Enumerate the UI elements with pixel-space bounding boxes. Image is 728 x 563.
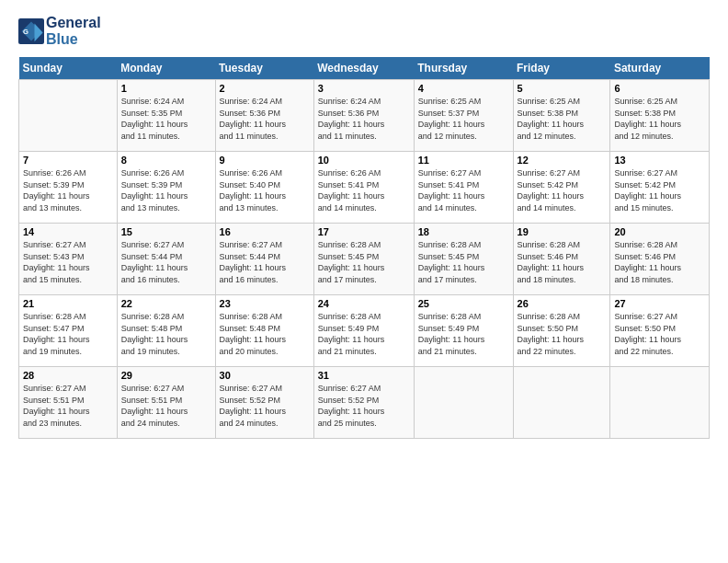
logo: G General Blue	[18, 15, 101, 48]
week-row-3: 21 Sunrise: 6:28 AM Sunset: 5:47 PM Dayl…	[19, 295, 710, 367]
calendar-cell: 14 Sunrise: 6:27 AM Sunset: 5:43 PM Dayl…	[19, 224, 118, 295]
day-number: 29	[121, 370, 211, 381]
calendar-cell: 6 Sunrise: 6:25 AM Sunset: 5:38 PM Dayli…	[610, 80, 710, 152]
day-number: 1	[121, 83, 211, 94]
day-number: 28	[23, 370, 113, 381]
weekday-header-friday: Friday	[513, 57, 610, 80]
day-details: Sunrise: 6:25 AM Sunset: 5:38 PM Dayligh…	[614, 96, 705, 142]
weekday-header-tuesday: Tuesday	[215, 57, 313, 80]
day-details: Sunrise: 6:27 AM Sunset: 5:50 PM Dayligh…	[614, 311, 705, 357]
calendar-cell	[513, 367, 610, 439]
day-details: Sunrise: 6:26 AM Sunset: 5:39 PM Dayligh…	[121, 167, 211, 213]
calendar-cell: 21 Sunrise: 6:28 AM Sunset: 5:47 PM Dayl…	[19, 295, 118, 367]
day-details: Sunrise: 6:27 AM Sunset: 5:51 PM Dayligh…	[121, 383, 211, 429]
calendar-cell: 10 Sunrise: 6:26 AM Sunset: 5:41 PM Dayl…	[313, 152, 414, 224]
weekday-header-row: SundayMondayTuesdayWednesdayThursdayFrid…	[19, 57, 710, 80]
weekday-header-sunday: Sunday	[19, 57, 118, 80]
calendar-cell: 7 Sunrise: 6:26 AM Sunset: 5:39 PM Dayli…	[19, 152, 118, 224]
day-details: Sunrise: 6:28 AM Sunset: 5:48 PM Dayligh…	[121, 311, 211, 357]
day-number: 22	[121, 298, 211, 309]
logo-text: General Blue	[46, 15, 101, 48]
day-number: 23	[220, 298, 310, 309]
weekday-header-thursday: Thursday	[414, 57, 513, 80]
day-details: Sunrise: 6:28 AM Sunset: 5:46 PM Dayligh…	[518, 239, 607, 285]
day-number: 30	[220, 370, 310, 381]
calendar-table: SundayMondayTuesdayWednesdayThursdayFrid…	[18, 57, 710, 439]
day-number: 9	[220, 155, 310, 166]
calendar-cell: 9 Sunrise: 6:26 AM Sunset: 5:40 PM Dayli…	[215, 152, 313, 224]
day-number: 31	[318, 370, 410, 381]
day-number: 11	[418, 155, 509, 166]
logo-icon: G	[18, 18, 44, 44]
calendar-cell: 29 Sunrise: 6:27 AM Sunset: 5:51 PM Dayl…	[117, 367, 215, 439]
calendar-cell: 26 Sunrise: 6:28 AM Sunset: 5:50 PM Dayl…	[513, 295, 610, 367]
calendar-cell: 5 Sunrise: 6:25 AM Sunset: 5:38 PM Dayli…	[513, 80, 610, 152]
day-number: 8	[121, 155, 211, 166]
day-number: 17	[318, 226, 410, 237]
day-number: 26	[518, 298, 607, 309]
weekday-header-wednesday: Wednesday	[313, 57, 414, 80]
week-row-0: 1 Sunrise: 6:24 AM Sunset: 5:35 PM Dayli…	[19, 80, 710, 152]
day-details: Sunrise: 6:26 AM Sunset: 5:40 PM Dayligh…	[220, 167, 310, 213]
day-details: Sunrise: 6:27 AM Sunset: 5:42 PM Dayligh…	[518, 167, 607, 213]
calendar-cell: 18 Sunrise: 6:28 AM Sunset: 5:45 PM Dayl…	[414, 224, 513, 295]
calendar-cell: 25 Sunrise: 6:28 AM Sunset: 5:49 PM Dayl…	[414, 295, 513, 367]
calendar-cell: 31 Sunrise: 6:27 AM Sunset: 5:52 PM Dayl…	[313, 367, 414, 439]
day-details: Sunrise: 6:25 AM Sunset: 5:38 PM Dayligh…	[518, 96, 607, 142]
day-details: Sunrise: 6:27 AM Sunset: 5:52 PM Dayligh…	[220, 383, 310, 429]
day-details: Sunrise: 6:28 AM Sunset: 5:47 PM Dayligh…	[23, 311, 113, 357]
day-number: 7	[23, 155, 113, 166]
day-number: 2	[220, 83, 310, 94]
calendar-cell: 28 Sunrise: 6:27 AM Sunset: 5:51 PM Dayl…	[19, 367, 118, 439]
day-details: Sunrise: 6:28 AM Sunset: 5:50 PM Dayligh…	[518, 311, 607, 357]
calendar-cell: 3 Sunrise: 6:24 AM Sunset: 5:36 PM Dayli…	[313, 80, 414, 152]
day-number: 24	[318, 298, 410, 309]
calendar-cell: 24 Sunrise: 6:28 AM Sunset: 5:49 PM Dayl…	[313, 295, 414, 367]
day-number: 5	[518, 83, 607, 94]
day-number: 3	[318, 83, 410, 94]
calendar-cell: 2 Sunrise: 6:24 AM Sunset: 5:36 PM Dayli…	[215, 80, 313, 152]
calendar-cell: 19 Sunrise: 6:28 AM Sunset: 5:46 PM Dayl…	[513, 224, 610, 295]
day-details: Sunrise: 6:26 AM Sunset: 5:39 PM Dayligh…	[23, 167, 113, 213]
day-number: 25	[418, 298, 509, 309]
day-number: 4	[418, 83, 509, 94]
day-details: Sunrise: 6:25 AM Sunset: 5:37 PM Dayligh…	[418, 96, 509, 142]
day-number: 21	[23, 298, 113, 309]
day-number: 6	[614, 83, 705, 94]
calendar-cell: 15 Sunrise: 6:27 AM Sunset: 5:44 PM Dayl…	[117, 224, 215, 295]
day-number: 16	[220, 226, 310, 237]
day-details: Sunrise: 6:27 AM Sunset: 5:41 PM Dayligh…	[418, 167, 509, 213]
calendar-cell: 8 Sunrise: 6:26 AM Sunset: 5:39 PM Dayli…	[117, 152, 215, 224]
day-number: 18	[418, 226, 509, 237]
calendar-cell: 22 Sunrise: 6:28 AM Sunset: 5:48 PM Dayl…	[117, 295, 215, 367]
calendar-cell: 12 Sunrise: 6:27 AM Sunset: 5:42 PM Dayl…	[513, 152, 610, 224]
calendar-cell: 27 Sunrise: 6:27 AM Sunset: 5:50 PM Dayl…	[610, 295, 710, 367]
day-details: Sunrise: 6:28 AM Sunset: 5:48 PM Dayligh…	[220, 311, 310, 357]
week-row-4: 28 Sunrise: 6:27 AM Sunset: 5:51 PM Dayl…	[19, 367, 710, 439]
day-details: Sunrise: 6:28 AM Sunset: 5:49 PM Dayligh…	[318, 311, 410, 357]
day-details: Sunrise: 6:24 AM Sunset: 5:36 PM Dayligh…	[220, 96, 310, 142]
calendar-cell: 17 Sunrise: 6:28 AM Sunset: 5:45 PM Dayl…	[313, 224, 414, 295]
main-container: G General Blue SundayMondayTuesdayWednes…	[0, 0, 728, 448]
calendar-cell: 13 Sunrise: 6:27 AM Sunset: 5:42 PM Dayl…	[610, 152, 710, 224]
day-number: 19	[518, 226, 607, 237]
header: G General Blue	[18, 15, 710, 48]
day-details: Sunrise: 6:24 AM Sunset: 5:35 PM Dayligh…	[121, 96, 211, 142]
day-number: 14	[23, 226, 113, 237]
day-number: 27	[614, 298, 705, 309]
day-details: Sunrise: 6:28 AM Sunset: 5:45 PM Dayligh…	[418, 239, 509, 285]
day-details: Sunrise: 6:27 AM Sunset: 5:44 PM Dayligh…	[220, 239, 310, 285]
day-number: 15	[121, 226, 211, 237]
day-number: 12	[518, 155, 607, 166]
day-details: Sunrise: 6:27 AM Sunset: 5:43 PM Dayligh…	[23, 239, 113, 285]
day-number: 20	[614, 226, 705, 237]
calendar-cell: 11 Sunrise: 6:27 AM Sunset: 5:41 PM Dayl…	[414, 152, 513, 224]
calendar-cell	[414, 367, 513, 439]
day-details: Sunrise: 6:27 AM Sunset: 5:52 PM Dayligh…	[318, 383, 410, 429]
day-details: Sunrise: 6:27 AM Sunset: 5:51 PM Dayligh…	[23, 383, 113, 429]
day-details: Sunrise: 6:27 AM Sunset: 5:42 PM Dayligh…	[614, 167, 705, 213]
weekday-header-saturday: Saturday	[610, 57, 710, 80]
day-number: 13	[614, 155, 705, 166]
calendar-cell: 30 Sunrise: 6:27 AM Sunset: 5:52 PM Dayl…	[215, 367, 313, 439]
day-details: Sunrise: 6:28 AM Sunset: 5:46 PM Dayligh…	[614, 239, 705, 285]
